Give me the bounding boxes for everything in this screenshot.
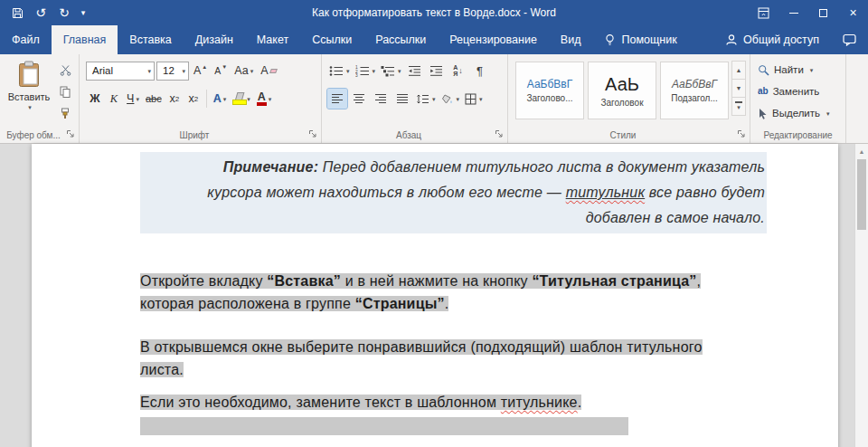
bullets-button[interactable]: ▾ <box>327 61 352 81</box>
close-icon: × <box>849 5 856 20</box>
restore-button[interactable] <box>808 0 838 25</box>
paragraph-dialog-launcher[interactable] <box>495 129 505 139</box>
sort-button[interactable]: АЯ ↓ <box>448 61 468 81</box>
show-paragraph-marks-button[interactable]: ¶ <box>470 61 490 81</box>
text-effects-button[interactable]: А▾ <box>211 89 230 109</box>
minimize-button[interactable] <box>778 0 808 25</box>
separator <box>206 90 207 108</box>
style-card-title[interactable]: АаЬ Заголовок <box>588 62 656 119</box>
save-button[interactable] <box>5 0 29 25</box>
clipboard-dialog-launcher[interactable] <box>66 129 76 139</box>
document-canvas: Примечание: Перед добавлением титульного… <box>0 144 868 447</box>
find-button[interactable]: Найти ▾ <box>758 61 813 79</box>
tab-layout[interactable]: Макет <box>245 25 300 54</box>
font-name-combobox[interactable]: Arial▾ <box>86 62 155 81</box>
styles-scroll-down-button[interactable]: ▼ <box>731 79 746 98</box>
paragraph-line: Если это необходимо, замените текст в ша… <box>140 391 773 414</box>
styles-scroll-up-button[interactable]: ▲ <box>731 61 746 80</box>
eraser-icon <box>269 69 278 73</box>
tab-file[interactable]: Файл <box>0 25 52 54</box>
borders-icon <box>465 93 476 105</box>
highlight-color-button[interactable]: ▾ <box>230 89 253 109</box>
font-color-button[interactable]: А▾ <box>254 89 275 109</box>
undo-button[interactable]: ↺ <box>29 0 52 25</box>
align-right-icon <box>374 93 387 104</box>
chevron-down-icon: ▾ <box>147 68 151 74</box>
tab-review[interactable]: Рецензирование <box>438 25 549 54</box>
tab-design[interactable]: Дизайн <box>184 25 245 54</box>
style-card-heading1[interactable]: АаБбВвГ Заголово... <box>515 62 584 119</box>
scroll-up-arrow[interactable]: ▲ <box>855 144 868 158</box>
paste-icon <box>17 61 41 88</box>
increase-indent-button[interactable] <box>427 61 447 81</box>
lightbulb-icon <box>604 33 616 46</box>
save-icon <box>12 7 24 19</box>
person-icon <box>725 33 738 46</box>
customize-qat-button[interactable]: ▾ <box>76 0 90 25</box>
style-card-subtitle[interactable]: АаБбВвГ Подзагол... <box>660 62 729 119</box>
shading-button[interactable]: ▾ <box>439 89 462 109</box>
styles-more-button[interactable]: ▾ <box>731 97 746 116</box>
tab-view[interactable]: Вид <box>549 25 593 54</box>
highlighter-icon <box>232 92 245 105</box>
grow-font-button[interactable]: А▲ <box>191 61 210 81</box>
align-center-button[interactable] <box>349 89 369 109</box>
comments-button[interactable] <box>831 25 868 54</box>
dialog-launcher-icon <box>66 129 75 138</box>
justify-button[interactable] <box>392 89 412 109</box>
strikethrough-button[interactable]: abc <box>143 89 165 109</box>
editing-group: Найти ▾ ab Заменить Выделить ▾ Редактиро… <box>750 54 846 143</box>
ribbon-tab-bar: Файл Главная Вставка Дизайн Макет Ссылки… <box>0 25 868 54</box>
down-arrow-icon: ▼ <box>736 85 742 91</box>
paste-button[interactable]: Вставить ▾ <box>6 61 52 128</box>
tab-home[interactable]: Главная <box>52 25 118 54</box>
dialog-launcher-icon <box>308 129 317 138</box>
scrollbar-thumb[interactable] <box>857 159 866 230</box>
bold-button[interactable]: Ж <box>86 89 104 109</box>
close-button[interactable]: × <box>838 0 868 25</box>
align-left-button[interactable] <box>327 89 347 109</box>
align-right-button[interactable] <box>371 89 391 109</box>
paragraph-line: листа. <box>140 358 773 381</box>
vertical-scrollbar[interactable]: ▲ <box>854 144 868 447</box>
replace-button[interactable]: ab Заменить <box>758 82 819 100</box>
line-spacing-button[interactable]: ▾ <box>414 89 438 109</box>
italic-button[interactable]: К <box>105 89 123 109</box>
shrink-font-button[interactable]: А▼ <box>212 61 230 81</box>
superscript-button[interactable]: х2 <box>184 89 203 109</box>
tab-references[interactable]: Ссылки <box>300 25 363 54</box>
select-button[interactable]: Выделить ▾ <box>758 104 830 122</box>
subscript-button[interactable]: х2 <box>165 89 184 109</box>
tab-mailings[interactable]: Рассылки <box>363 25 438 54</box>
word-window: ↺ ↻ ▾ Как отформатировать текст в Ворде.… <box>0 0 868 447</box>
decrease-indent-button[interactable] <box>405 61 425 81</box>
ribbon-display-options-button[interactable] <box>749 0 778 25</box>
font-size-combobox[interactable]: 12▾ <box>156 62 189 81</box>
document-page[interactable]: Примечание: Перед добавлением титульного… <box>32 144 838 447</box>
font-dialog-launcher[interactable] <box>308 129 318 139</box>
ribbon-display-options-icon <box>758 7 769 19</box>
quick-access-toolbar: ↺ ↻ ▾ <box>5 0 90 25</box>
numbering-button[interactable]: 123 ▾ <box>354 61 378 81</box>
chevron-down-icon: ▾ <box>737 104 741 111</box>
cursor-icon <box>758 108 768 119</box>
down-arrow-icon: ▼ <box>222 64 227 70</box>
format-painter-button[interactable] <box>56 106 74 121</box>
blank-line <box>140 315 773 336</box>
clear-formatting-button[interactable]: А <box>258 61 278 81</box>
styles-group-label: Стили <box>511 130 735 140</box>
multilevel-list-button[interactable]: ▾ <box>379 61 403 81</box>
numbered-list-icon: 123 <box>355 65 370 77</box>
restore-icon <box>819 9 827 17</box>
borders-button[interactable]: ▾ <box>463 89 485 109</box>
redo-icon: ↻ <box>59 5 70 20</box>
redo-button[interactable]: ↻ <box>52 0 76 25</box>
styles-dialog-launcher[interactable] <box>737 129 747 139</box>
change-case-button[interactable]: Аа▾ <box>231 61 256 81</box>
share-button[interactable]: Общий доступ <box>713 25 831 54</box>
cut-button[interactable] <box>56 62 74 78</box>
copy-button[interactable] <box>56 84 74 100</box>
underline-button[interactable]: Ч▾ <box>124 89 142 109</box>
tab-insert[interactable]: Вставка <box>118 25 183 54</box>
tab-assistant[interactable]: Помощник <box>592 25 688 54</box>
